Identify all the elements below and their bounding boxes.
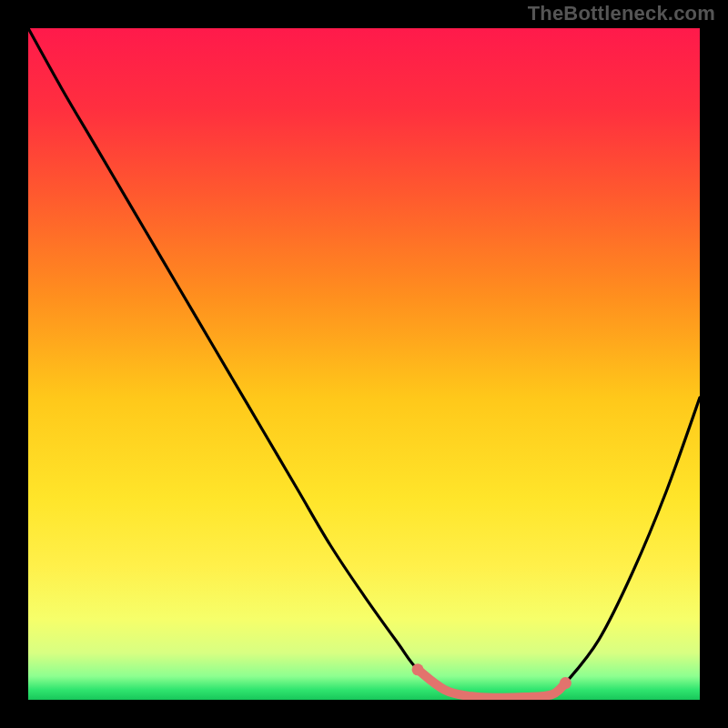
chart-frame: TheBottleneck.com: [0, 0, 728, 728]
plot-area: [28, 28, 700, 700]
highlight-endpoint-right: [560, 677, 571, 689]
watermark-text: TheBottleneck.com: [528, 2, 715, 25]
highlight-endpoint-left: [412, 663, 424, 675]
gradient-background: [28, 28, 700, 700]
chart-svg: [28, 28, 700, 700]
